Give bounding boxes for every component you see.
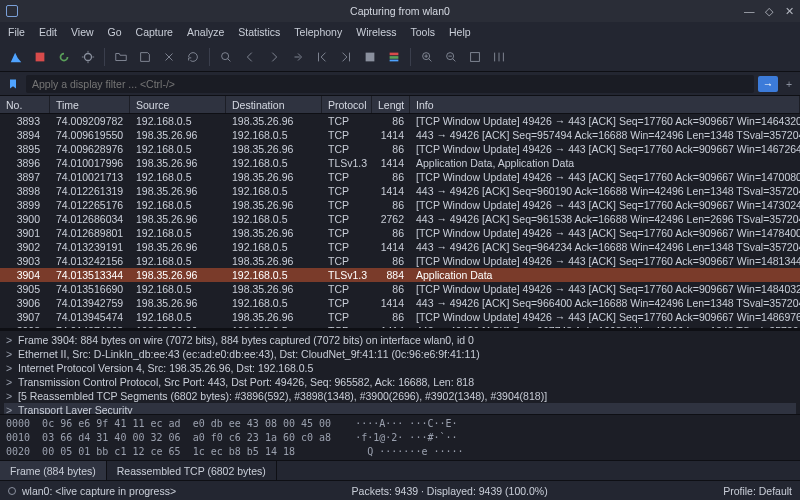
detail-line[interactable]: Ethernet II, Src: D-LinkIn_db:ee:43 (ec:… <box>18 347 480 361</box>
menu-wireless[interactable]: Wireless <box>356 26 396 38</box>
capture-options-icon[interactable] <box>78 47 98 67</box>
save-icon[interactable] <box>135 47 155 67</box>
menu-tools[interactable]: Tools <box>410 26 435 38</box>
packet-row[interactable]: 389674.010017996198.35.26.96192.168.0.5T… <box>0 156 800 170</box>
menu-go[interactable]: Go <box>108 26 122 38</box>
svg-rect-4 <box>390 52 399 55</box>
bytes-tab[interactable]: Frame (884 bytes) <box>0 461 107 480</box>
col-no[interactable]: No. <box>0 96 50 113</box>
minimize-button[interactable]: — <box>744 5 754 17</box>
expert-info-icon[interactable] <box>8 487 16 495</box>
restart-capture-button[interactable] <box>54 47 74 67</box>
tree-expander-icon[interactable]: > <box>4 403 14 414</box>
go-first-icon[interactable] <box>312 47 332 67</box>
menu-statistics[interactable]: Statistics <box>238 26 280 38</box>
bytes-tab[interactable]: Reassembled TCP (6802 bytes) <box>107 461 277 480</box>
zoom-reset-icon[interactable] <box>465 47 485 67</box>
window-controls: — ◇ ✕ <box>744 5 794 17</box>
packet-row[interactable]: 390174.012689801192.168.0.5198.35.26.96T… <box>0 226 800 240</box>
packet-row[interactable]: 389774.010021713192.168.0.5198.35.26.96T… <box>0 170 800 184</box>
tree-expander-icon[interactable]: > <box>4 333 14 347</box>
svg-point-1 <box>85 53 92 60</box>
packet-list-header: No. Time Source Destination Protocol Len… <box>0 96 800 114</box>
add-filter-button[interactable]: + <box>782 77 796 91</box>
reload-icon[interactable] <box>183 47 203 67</box>
display-filter-input[interactable] <box>26 75 754 93</box>
svg-rect-3 <box>366 52 375 61</box>
col-destination[interactable]: Destination <box>226 96 322 113</box>
menu-view[interactable]: View <box>71 26 94 38</box>
bytes-tabs: Frame (884 bytes)Reassembled TCP (6802 b… <box>0 460 800 480</box>
close-file-icon[interactable] <box>159 47 179 67</box>
col-time[interactable]: Time <box>50 96 130 113</box>
svg-point-2 <box>222 52 229 59</box>
svg-rect-6 <box>390 59 399 61</box>
resize-columns-icon[interactable] <box>489 47 509 67</box>
status-packets: Packets: 9439 · Displayed: 9439 (100.0%) <box>352 485 548 497</box>
detail-line[interactable]: Internet Protocol Version 4, Src: 198.35… <box>18 361 313 375</box>
packet-row[interactable]: 390674.013942759198.35.26.96192.168.0.5T… <box>0 296 800 310</box>
menu-capture[interactable]: Capture <box>136 26 173 38</box>
packet-row[interactable]: 390374.013242156192.168.0.5198.35.26.96T… <box>0 254 800 268</box>
packet-row[interactable]: 390274.013239191198.35.26.96192.168.0.5T… <box>0 240 800 254</box>
menubar: FileEditViewGoCaptureAnalyzeStatisticsTe… <box>0 22 800 42</box>
colorize-icon[interactable] <box>384 47 404 67</box>
main-toolbar <box>0 42 800 72</box>
col-protocol[interactable]: Protocol <box>322 96 372 113</box>
bookmark-filter-icon[interactable] <box>4 75 22 93</box>
packet-details[interactable]: >Frame 3904: 884 bytes on wire (7072 bit… <box>0 330 800 414</box>
col-source[interactable]: Source <box>130 96 226 113</box>
col-info[interactable]: Info <box>410 96 800 113</box>
packet-row[interactable]: 389374.009209782192.168.0.5198.35.26.96T… <box>0 114 800 128</box>
find-icon[interactable] <box>216 47 236 67</box>
tree-expander-icon[interactable]: > <box>4 389 14 403</box>
packet-row[interactable]: 389974.012265176192.168.0.5198.35.26.96T… <box>0 198 800 212</box>
zoom-out-icon[interactable] <box>441 47 461 67</box>
go-forward-icon[interactable] <box>264 47 284 67</box>
detail-line[interactable]: Transmission Control Protocol, Src Port:… <box>18 375 474 389</box>
packet-row[interactable]: 390774.013945474192.168.0.5198.35.26.96T… <box>0 310 800 324</box>
packet-row[interactable]: 389574.009628976192.168.0.5198.35.26.96T… <box>0 142 800 156</box>
packet-row[interactable]: 390574.013516690192.168.0.5198.35.26.96T… <box>0 282 800 296</box>
close-button[interactable]: ✕ <box>784 5 794 17</box>
zoom-in-icon[interactable] <box>417 47 437 67</box>
tree-expander-icon[interactable]: > <box>4 361 14 375</box>
stop-capture-button[interactable] <box>30 47 50 67</box>
tree-expander-icon[interactable]: > <box>4 375 14 389</box>
packet-row[interactable]: 390474.013513344198.35.26.96192.168.0.5T… <box>0 268 800 282</box>
maximize-button[interactable]: ◇ <box>764 5 774 17</box>
titlebar: Capturing from wlan0 — ◇ ✕ <box>0 0 800 22</box>
status-left: wlan0: <live capture in progress> <box>22 485 176 497</box>
shark-fin-icon[interactable] <box>6 47 26 67</box>
col-length[interactable]: Lengt <box>372 96 410 113</box>
auto-scroll-icon[interactable] <box>360 47 380 67</box>
apply-filter-button[interactable]: → <box>758 76 778 92</box>
svg-rect-0 <box>36 52 45 61</box>
menu-telephony[interactable]: Telephony <box>294 26 342 38</box>
window-title: Capturing from wlan0 <box>350 5 450 17</box>
packet-row[interactable]: 389874.012261319198.35.26.96192.168.0.5T… <box>0 184 800 198</box>
detail-line[interactable]: Transport Layer Security <box>18 403 133 414</box>
app-icon <box>6 5 18 17</box>
menu-file[interactable]: File <box>8 26 25 38</box>
filter-bar: → + <box>0 72 800 96</box>
packet-row[interactable]: 389474.009619550198.35.26.96192.168.0.5T… <box>0 128 800 142</box>
packet-row[interactable]: 390074.012686034198.35.26.96192.168.0.5T… <box>0 212 800 226</box>
packet-bytes[interactable]: 0000 0c 96 e6 9f 41 11 ec ad e0 db ee 43… <box>0 414 800 460</box>
status-bar: wlan0: <live capture in progress> Packet… <box>0 480 800 500</box>
menu-analyze[interactable]: Analyze <box>187 26 224 38</box>
tree-expander-icon[interactable]: > <box>4 347 14 361</box>
svg-rect-5 <box>390 56 399 59</box>
status-profile[interactable]: Profile: Default <box>723 485 792 497</box>
menu-help[interactable]: Help <box>449 26 471 38</box>
open-file-icon[interactable] <box>111 47 131 67</box>
menu-edit[interactable]: Edit <box>39 26 57 38</box>
go-to-icon[interactable] <box>288 47 308 67</box>
detail-line[interactable]: [5 Reassembled TCP Segments (6802 bytes)… <box>18 389 547 403</box>
packet-list[interactable]: 389374.009209782192.168.0.5198.35.26.96T… <box>0 114 800 328</box>
go-back-icon[interactable] <box>240 47 260 67</box>
svg-rect-9 <box>471 52 480 61</box>
detail-line[interactable]: Frame 3904: 884 bytes on wire (7072 bits… <box>18 333 474 347</box>
go-last-icon[interactable] <box>336 47 356 67</box>
